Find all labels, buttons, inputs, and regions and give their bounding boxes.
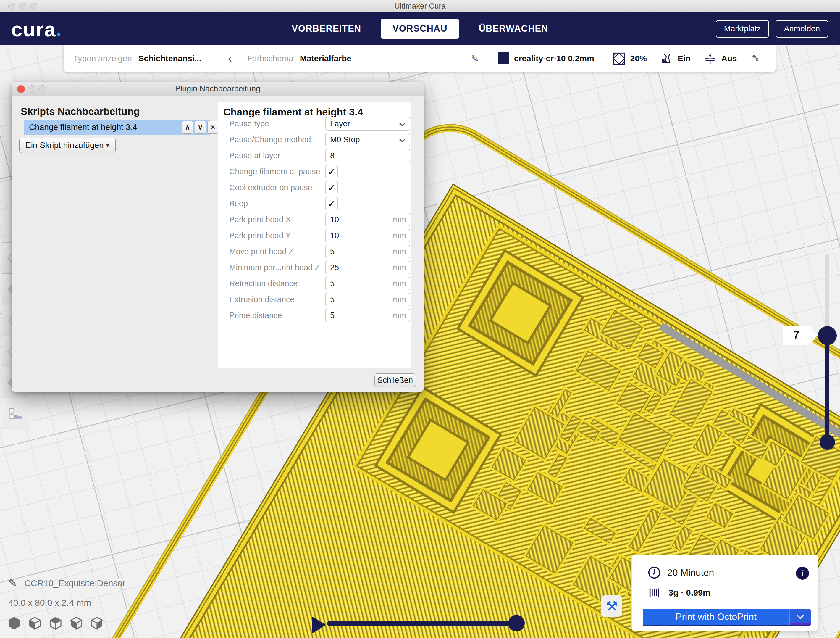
infill-setting[interactable]: 20% [613, 52, 647, 65]
window-controls[interactable] [8, 3, 37, 10]
dialog-zoom-button[interactable] [38, 85, 46, 93]
edit-settings-pencil-icon[interactable]: ✎ [752, 53, 759, 64]
setting-input[interactable]: 10mm [325, 229, 410, 242]
add-script-button[interactable]: Ein Skript hinzufügen ▾ [19, 138, 116, 153]
setting-row: Prime distance5mm [218, 307, 411, 323]
simulation-slider-track[interactable] [327, 621, 517, 626]
setting-label: Prime distance [229, 311, 282, 320]
octoprint-settings-button[interactable]: ⚒ [601, 595, 622, 617]
setting-value: M0 Stop [330, 135, 360, 144]
move-script-up-button[interactable]: ∧ [182, 121, 193, 134]
tools-icon: ⚒ [605, 598, 617, 614]
infill-icon [613, 52, 625, 65]
print-settings-section[interactable]: creality-cr-10 0.2mm 20% Ein Aus ✎ [486, 45, 775, 72]
setting-input[interactable]: 5mm [325, 309, 410, 322]
support-blocker-tool[interactable] [2, 399, 29, 429]
dialog-window-controls[interactable] [17, 85, 46, 93]
dialog-minimize-button[interactable] [28, 85, 35, 93]
view-cube-right-icon[interactable] [90, 616, 104, 632]
model-info: ✎ CCR10_Exquisite Densor 40.0 x 80.0 x 2… [8, 577, 125, 608]
setting-row: Park print head X10mm [218, 212, 411, 228]
dialog-titlebar[interactable]: Plugin Nachbearbeitung [12, 82, 423, 96]
tab-vorbereiten[interactable]: VORBEREITEN [280, 19, 373, 39]
setting-label: Move print head Z [229, 247, 294, 256]
close-dialog-button[interactable]: Schließen [374, 374, 416, 387]
print-options-dropdown[interactable] [789, 609, 811, 625]
setting-label: Park print head X [229, 215, 291, 224]
setting-value: 10 [330, 215, 339, 224]
setting-input[interactable]: 5mm [325, 293, 410, 306]
setting-input[interactable]: 5mm [325, 277, 410, 290]
print-with-octoprint-button[interactable]: Print with OctoPrint [643, 609, 811, 626]
model-name: CCR10_Exquisite Densor [24, 578, 125, 588]
close-window-button[interactable] [8, 3, 16, 10]
chevron-down-icon [797, 612, 804, 619]
model-dimensions: 40.0 x 80.0 x 2.4 mm [8, 598, 125, 608]
view-cube-left-icon[interactable] [69, 616, 84, 632]
layer-slider-bottom-handle[interactable] [819, 434, 835, 450]
zoom-window-button[interactable] [30, 3, 37, 10]
setting-checkbox[interactable]: ✓ [325, 165, 338, 179]
setting-row: Pause/Change methodM0 Stop [218, 132, 411, 148]
qr-finder-inner [410, 422, 466, 478]
selected-script-label: Change filament at height 3.4 [29, 122, 137, 132]
setting-label: Park print head Y [229, 231, 291, 240]
setting-row: Pause at layer8 [218, 148, 411, 164]
support-setting[interactable]: Ein [660, 52, 691, 65]
logo-dot: . [56, 18, 62, 41]
setting-label: Pause type [229, 119, 269, 128]
move-script-down-button[interactable]: ∨ [194, 121, 206, 134]
view-cube-top-icon[interactable] [49, 616, 63, 632]
adhesion-setting[interactable]: Aus [704, 52, 737, 65]
dialog-close-button[interactable] [17, 85, 25, 93]
script-row-actions: ∧ ∨ × [182, 121, 219, 134]
setting-select[interactable]: M0 Stop [325, 133, 410, 146]
view-type-section[interactable]: Typen anzeigen Schichtenansi... ‹ [63, 45, 240, 72]
marketplace-button[interactable]: Marktplatz [716, 20, 769, 38]
simulation-slider-knob[interactable] [508, 615, 525, 632]
signin-button[interactable]: Anmelden [775, 20, 828, 38]
setting-value: 5 [330, 311, 335, 320]
collapse-chevron-icon[interactable]: ‹ [228, 52, 232, 65]
layer-slider-handle[interactable] [818, 326, 837, 345]
minimize-window-button[interactable] [19, 3, 26, 10]
setting-label: Beep [229, 199, 248, 208]
setting-value: 5 [330, 295, 335, 304]
rename-pencil-icon[interactable]: ✎ [8, 577, 17, 589]
setting-row: Move print head Z5mm [218, 244, 411, 260]
unit-label: mm [393, 311, 406, 320]
view-type-value[interactable]: Schichtenansi... [139, 54, 201, 63]
color-scheme-section[interactable]: Farbschema Materialfarbe ✎ [240, 45, 486, 72]
color-scheme-label: Farbschema [247, 54, 294, 63]
info-icon[interactable]: i [796, 567, 809, 580]
view-cube-3d-icon[interactable] [7, 616, 21, 632]
tab-ueberwachen[interactable]: ÜBERWACHEN [467, 19, 560, 39]
setting-input[interactable]: 8 [325, 149, 410, 163]
color-scheme-value[interactable]: Materialfarbe [300, 54, 351, 63]
support-value: Ein [677, 54, 691, 63]
layer-slider-range[interactable] [825, 335, 829, 443]
unit-label: mm [393, 231, 406, 240]
setting-value: 10 [330, 231, 339, 240]
checkmark-icon: ✓ [328, 199, 335, 209]
edit-pencil-icon[interactable]: ✎ [471, 53, 479, 64]
setting-checkbox[interactable]: ✓ [325, 197, 338, 211]
tab-vorschau[interactable]: VORSCHAU [381, 19, 459, 39]
checkmark-icon: ✓ [328, 182, 335, 193]
printer-profile-value[interactable]: creality-cr-10 0.2mm [514, 54, 594, 63]
setting-value: 5 [330, 247, 335, 256]
scripts-heading: Skripts Nachbearbeitung [21, 106, 140, 117]
setting-row: Retraction distance5mm [218, 275, 411, 291]
setting-input[interactable]: 10mm [325, 213, 410, 226]
setting-input[interactable]: 5mm [325, 245, 410, 258]
setting-checkbox[interactable]: ✓ [325, 181, 338, 195]
setting-input[interactable]: 25mm [325, 261, 410, 274]
view-cube-front-icon[interactable] [28, 616, 42, 632]
play-button[interactable] [312, 617, 326, 633]
material-estimate: 3g · 0.99m [668, 588, 711, 598]
setting-value: 5 [330, 279, 335, 288]
remove-script-button[interactable]: × [207, 121, 219, 134]
setting-value: 8 [330, 151, 335, 160]
setting-select[interactable]: Layer [325, 117, 410, 130]
print-path-block [626, 505, 664, 555]
